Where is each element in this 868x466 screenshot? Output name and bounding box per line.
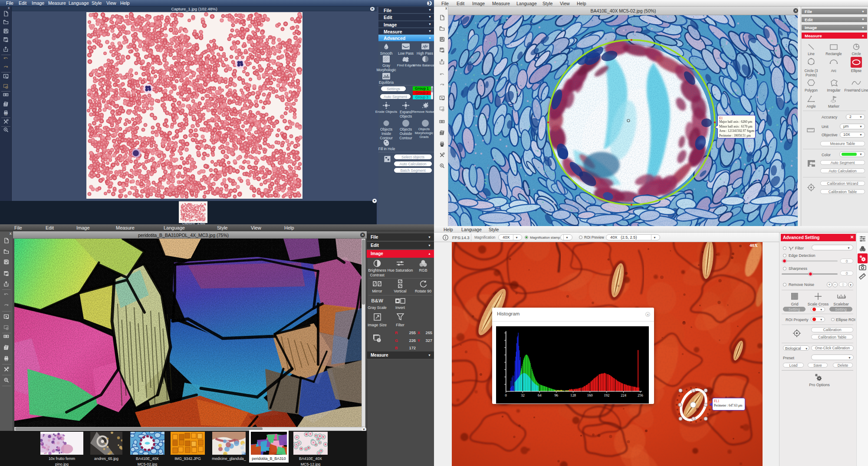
svg-text:192: 192	[604, 394, 609, 397]
svg-text:128: 128	[570, 394, 576, 397]
svg-text:256: 256	[638, 394, 643, 397]
svg-text:160: 160	[587, 394, 593, 397]
svg-text:32: 32	[521, 394, 525, 397]
svg-text:96: 96	[555, 394, 559, 397]
svg-text:224: 224	[621, 394, 626, 397]
svg-text:64: 64	[538, 394, 542, 397]
svg-text:0: 0	[505, 394, 507, 397]
